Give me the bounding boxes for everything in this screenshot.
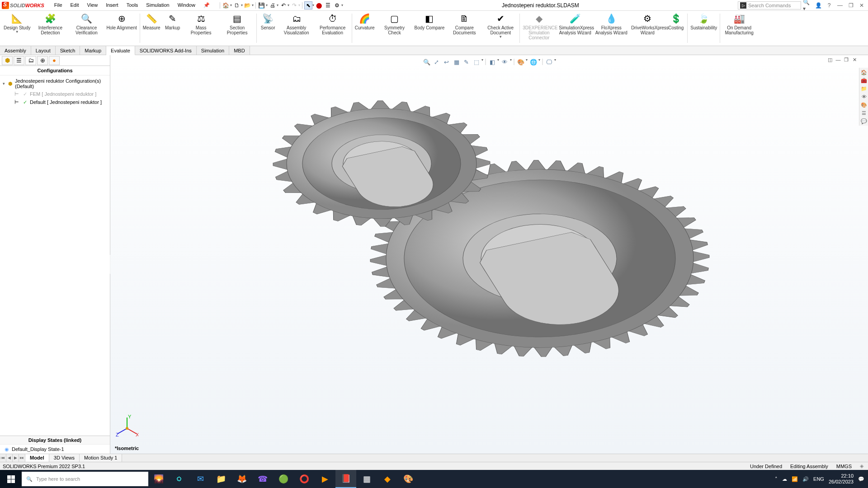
ribbon-simulationxpress-analysis-wizard[interactable]: 🧪SimulationXpress Analysis Wizard <box>557 12 593 45</box>
ribbon-interference-detection[interactable]: 🧩Interference Detection <box>32 12 68 45</box>
rebuild-icon[interactable]: ⬤ <box>315 1 323 9</box>
ribbon-section-properties[interactable]: ▤Section Properties <box>219 12 255 45</box>
tab-assembly[interactable]: Assembly <box>0 46 31 55</box>
taskbar-app-opera[interactable]: ⭕ <box>294 470 315 488</box>
ribbon-curvature[interactable]: 🌈Curvature <box>353 12 377 45</box>
search-dropdown-icon[interactable]: 🔍▾ <box>803 1 812 9</box>
doc-nav-last-icon[interactable]: ⏭ <box>19 454 25 462</box>
taskbar-app-mail[interactable]: ✉ <box>190 470 211 488</box>
ribbon-on-demand-manufacturing[interactable]: 🏭On Demand Manufacturing <box>721 12 757 45</box>
ribbon-floxpress-analysis-wizard[interactable]: 💧FloXpress Analysis Wizard <box>593 12 629 45</box>
ribbon-assembly-visualization[interactable]: 🗂Assembly Visualization <box>278 12 315 45</box>
tray-chevron-icon[interactable]: ˄ <box>775 476 778 482</box>
ribbon-mass-properties[interactable]: ⚖Mass Properties <box>183 12 219 45</box>
help-icon[interactable]: ? <box>825 1 834 9</box>
ribbon-check-active-document[interactable]: ✔Check Active Document▼ <box>482 12 519 45</box>
open-icon[interactable]: 📂 <box>244 1 252 9</box>
menu-insert[interactable]: Insert <box>102 1 122 9</box>
ribbon-compare-documents[interactable]: 🗎Compare Documents <box>446 12 482 45</box>
taskpane-resources-icon[interactable]: 🧰 <box>860 77 868 84</box>
viewport-max-icon[interactable]: ❐ <box>843 56 850 63</box>
tab-markup[interactable]: Markup <box>80 46 106 55</box>
panel-tab-dim-icon[interactable]: ⊕ <box>37 56 48 65</box>
ribbon-sustainability[interactable]: 🍃Sustainability <box>689 12 719 45</box>
panel-tab-config-icon[interactable]: 🗂 <box>25 56 36 65</box>
ribbon-markup[interactable]: ✎Markup <box>162 12 183 45</box>
status-customise-icon[interactable]: ◈ <box>860 463 863 469</box>
options-list-icon[interactable]: ☰ <box>324 1 332 9</box>
orientation-triad[interactable]: Y X Z <box>116 415 138 437</box>
taskbar-app-sublime[interactable]: ◆ <box>377 470 398 488</box>
ribbon-clearance-verification[interactable]: 🔍Clearance Verification <box>68 12 104 45</box>
start-button[interactable] <box>0 470 22 488</box>
redo-icon[interactable]: ↷ <box>290 1 298 9</box>
taskpane-property-icon[interactable]: ☰ <box>860 109 868 117</box>
tab-layout[interactable]: Layout <box>31 46 56 55</box>
doc-tab-model[interactable]: Model <box>25 454 49 462</box>
taskpane-forum-icon[interactable]: 💬 <box>860 117 868 125</box>
taskpane-view-icon[interactable]: 👁 <box>860 93 868 100</box>
menu-simulation[interactable]: Simulation <box>142 1 173 9</box>
viewport-min-icon[interactable]: — <box>835 56 842 63</box>
select-icon[interactable]: ⬉ <box>304 1 312 9</box>
taskpane-home-icon[interactable]: 🏠 <box>860 69 868 76</box>
tray-volume-icon[interactable]: 🔊 <box>802 476 809 482</box>
new-icon[interactable]: 🗋 <box>233 1 241 9</box>
print-icon[interactable]: 🖨 <box>269 1 277 9</box>
home-icon[interactable]: 🏠 <box>222 1 230 9</box>
menu-pin-icon[interactable]: 📌 <box>200 1 213 9</box>
tray-clock[interactable]: 22:1026/02/2023 <box>829 473 854 485</box>
menu-view[interactable]: View <box>84 1 102 9</box>
ribbon-performance-evaluation[interactable]: ⏱Performance Evaluation <box>315 12 351 45</box>
taskpane-design-icon[interactable]: 📁 <box>860 85 868 92</box>
undo-icon[interactable]: ↶ <box>279 1 288 9</box>
tab-sketch[interactable]: Sketch <box>56 46 80 55</box>
display-state-item[interactable]: ◉ Default_Display State-1 <box>0 445 110 454</box>
menu-window[interactable]: Window <box>174 1 199 9</box>
tree-item-fem[interactable]: ⊢ ✓ FEM [ Jednostepeni reduktor ] <box>2 90 108 98</box>
menu-file[interactable]: File <box>51 1 66 9</box>
tree-root[interactable]: ▾ ⬢ Jednostepeni reduktor Configuration(… <box>2 77 108 90</box>
viewport-new-icon[interactable]: ◫ <box>826 56 834 63</box>
taskpane-appearance-icon[interactable]: 🎨 <box>860 101 868 108</box>
panel-tab-display-icon[interactable]: ● <box>49 56 60 65</box>
doc-tab-motion-study-1[interactable]: Motion Study 1 <box>80 454 122 462</box>
tab-solidworks-add-ins[interactable]: SOLIDWORKS Add-Ins <box>135 46 197 55</box>
minimize-button[interactable]: — <box>835 1 844 9</box>
taskbar-app-edge[interactable]: ⭘ <box>169 470 190 488</box>
tray-onedrive-icon[interactable]: ☁ <box>782 476 787 482</box>
tab-simulation[interactable]: Simulation <box>197 46 229 55</box>
ribbon-costing[interactable]: 💲Costing <box>665 12 686 45</box>
close-button[interactable]: ✕ <box>857 1 866 9</box>
viewport-close-icon[interactable]: ✕ <box>851 56 858 63</box>
ribbon-measure[interactable]: 📏Measure <box>141 12 162 45</box>
menu-tools[interactable]: Tools <box>123 1 142 9</box>
user-icon[interactable]: 👤 <box>814 1 823 9</box>
menu-edit[interactable]: Edit <box>67 1 83 9</box>
taskbar-search-input[interactable]: 🔍Type here to search <box>22 472 148 486</box>
panel-tab-property-icon[interactable]: ☰ <box>14 56 24 65</box>
settings-icon[interactable]: ⚙ <box>333 1 341 9</box>
status-units[interactable]: MMGS <box>836 464 852 469</box>
taskbar-app-viber[interactable]: ☎ <box>252 470 273 488</box>
tray-network-icon[interactable]: 📶 <box>792 476 798 482</box>
taskbar-app-firefox[interactable]: 🦊 <box>231 470 252 488</box>
taskbar-app-solidworks[interactable]: 📕 <box>335 470 356 488</box>
doc-nav-next-icon[interactable]: ▶ <box>13 454 19 462</box>
graphics-viewport[interactable]: 🔍 ⤢ ↩ ▦ ✎ ⬚▾ ◧▾ 👁▾ 🎨▾ 🌐▾ 🖵▾ ◫ — ❐ ✕ 🏠 🧰 … <box>110 55 868 454</box>
taskbar-app-weather[interactable]: 🌄 <box>148 470 169 488</box>
doc-nav-first-icon[interactable]: ⏮ <box>0 454 6 462</box>
tree-item-default[interactable]: ⊢ ✓ Default [ Jednostepeni reduktor ] <box>2 98 108 106</box>
search-commands-input[interactable]: ▷Search Commands <box>738 1 801 9</box>
taskbar-app-chrome[interactable]: 🟢 <box>273 470 294 488</box>
save-icon[interactable]: 💾 <box>258 1 266 9</box>
tray-language[interactable]: ENG <box>813 476 824 482</box>
ribbon-body-compare[interactable]: ◧Body Compare <box>413 12 447 45</box>
taskbar-app-calculator[interactable]: ▦ <box>356 470 377 488</box>
taskbar-app-explorer[interactable]: 📁 <box>211 470 231 488</box>
ribbon-symmetry-check[interactable]: ▢Symmetry Check <box>377 12 413 45</box>
taskbar-app-media[interactable]: ▶ <box>315 470 335 488</box>
doc-nav-prev-icon[interactable]: ◀ <box>6 454 13 462</box>
tab-evaluate[interactable]: Evaluate <box>106 46 135 55</box>
doc-tab-3d-views[interactable]: 3D Views <box>49 454 80 462</box>
